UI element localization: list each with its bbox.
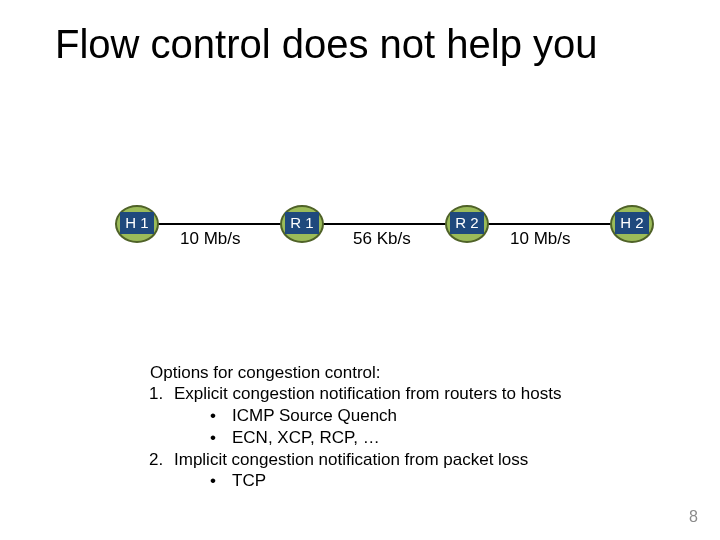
- option-1: Explicit congestion notification from ro…: [174, 384, 561, 403]
- option-2: Implicit congestion notification from pa…: [174, 450, 528, 469]
- link-r1-r2: 56 Kb/s: [353, 229, 411, 249]
- network-diagram: H 1 R 1 R 2 H 2 10 Mb/s 56 Kb/s 10 Mb/s: [115, 195, 655, 255]
- option-1-sub-1: ICMP Source Quench: [204, 405, 561, 426]
- label-r1: R 1: [285, 212, 319, 234]
- link-h1-r1: 10 Mb/s: [180, 229, 240, 249]
- option-1-sub-2: ECN, XCP, RCP, …: [204, 427, 561, 448]
- options-heading: Options for congestion control:: [150, 362, 561, 383]
- options-block: Options for congestion control: Explicit…: [150, 362, 561, 493]
- option-2-sub-1: TCP: [204, 470, 561, 491]
- page-number: 8: [689, 508, 698, 526]
- label-r2: R 2: [450, 212, 484, 234]
- link-r2-h2: 10 Mb/s: [510, 229, 570, 249]
- path-arrow: [140, 223, 630, 225]
- label-h1: H 1: [120, 212, 154, 234]
- slide-title: Flow control does not help you: [55, 22, 598, 67]
- label-h2: H 2: [615, 212, 649, 234]
